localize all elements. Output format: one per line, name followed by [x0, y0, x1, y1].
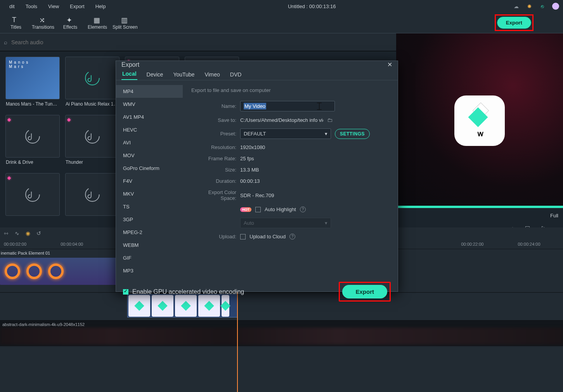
elements-button[interactable]: ▦ Elements	[84, 15, 111, 31]
search-icon: ⌕	[4, 39, 7, 45]
dialog-title: Export	[121, 61, 139, 68]
upload-text: Upload to Cloud	[249, 234, 286, 239]
toolbar: T Titles ⤨ Transitions ✦ Effects ▦ Eleme…	[0, 12, 563, 33]
music-note-icon	[84, 186, 100, 203]
name-label: Name:	[191, 103, 236, 109]
chevron-down-icon: ▾	[325, 131, 327, 137]
svg-point-7	[26, 187, 40, 201]
window-title: Untitled : 00:00:13:16	[111, 3, 513, 9]
preset-select[interactable]: DEFAULT▾	[240, 128, 331, 139]
preview-progress[interactable]	[395, 206, 563, 208]
help-icon[interactable]: ?	[289, 234, 295, 239]
menubar: dit Tools View Export Help Untitled : 00…	[0, 0, 563, 12]
idea-icon[interactable]: ✺	[526, 3, 533, 10]
resolution-value: 1920x1080	[240, 144, 265, 150]
format-wmv[interactable]: WMV	[116, 98, 183, 111]
format-hevc[interactable]: HEVC	[116, 123, 183, 136]
preview-full-label[interactable]: Full	[550, 213, 558, 219]
format-ts[interactable]: TS	[116, 200, 183, 213]
search-input[interactable]	[10, 39, 221, 46]
audio-tile[interactable]: Ai Piano Music Relax 110…	[65, 57, 120, 99]
format-mp4[interactable]: MP4	[116, 85, 183, 98]
tile-caption: Manos Mars - The Tunni…	[6, 101, 59, 107]
splitscreen-icon: ▥	[121, 16, 129, 24]
format-f4v[interactable]: F4V	[116, 175, 183, 187]
menu-export[interactable]: Export	[64, 2, 90, 11]
cloud-icon[interactable]: ☁	[513, 3, 520, 10]
audio-tile[interactable]: ◆ Thunder	[65, 115, 120, 158]
preview-logo: ᴡ	[454, 95, 505, 146]
dialog-subtitle: Export to file and save on computer	[191, 87, 389, 93]
splitscreen-button[interactable]: ▥ Split Screen	[111, 15, 139, 31]
effects-button[interactable]: ✦ Effects	[57, 15, 84, 31]
tab-youtube[interactable]: YouTube	[172, 69, 195, 80]
tool-icon[interactable]: ↺	[36, 230, 41, 236]
tab-dvd[interactable]: DVD	[229, 69, 243, 80]
format-mov[interactable]: MOV	[116, 149, 183, 162]
tool-icon[interactable]: ◉	[26, 230, 30, 236]
preset-label: Preset:	[191, 131, 236, 137]
duration-label: Duration:	[191, 178, 236, 184]
name-input[interactable]: My Video	[240, 101, 335, 111]
format-webm[interactable]: WEBM	[116, 239, 183, 252]
titles-label: Titles	[10, 24, 21, 30]
support-icon[interactable]: ⎋	[539, 3, 546, 10]
titles-button[interactable]: T Titles	[2, 15, 29, 31]
svg-point-4	[85, 129, 99, 143]
menu-tools[interactable]: Tools	[20, 2, 43, 11]
menu-view[interactable]: View	[43, 2, 64, 11]
gpu-checkbox[interactable]	[123, 289, 128, 295]
format-mkv[interactable]: MKV	[116, 187, 183, 200]
chevron-down-icon: ▾	[325, 220, 327, 226]
menu-edit[interactable]: dit	[4, 2, 20, 11]
elements-icon: ▦	[94, 16, 101, 24]
svg-point-0	[85, 71, 99, 85]
folder-icon[interactable]: 🗀	[327, 117, 333, 123]
format-mpeg2[interactable]: MPEG-2	[116, 226, 183, 239]
format-av1mp4[interactable]: AV1 MP4	[116, 111, 183, 123]
format-mp3[interactable]: MP3	[116, 264, 183, 277]
export-final-button[interactable]: Export	[342, 285, 387, 298]
transitions-button[interactable]: ⤨ Transitions	[29, 15, 57, 31]
help-icon[interactable]: ?	[300, 206, 306, 212]
autohighlight-mode-select: Auto▾	[240, 218, 331, 228]
export-button[interactable]: Export	[497, 17, 531, 29]
framerate-value: 25 fps	[240, 156, 254, 161]
saveto-path: C:/Users/Ahmed/Desktop/tech info video	[240, 117, 323, 123]
music-note-icon	[84, 70, 100, 86]
tool-icon[interactable]: ∿	[15, 230, 19, 236]
autohighlight-checkbox[interactable]	[255, 207, 261, 212]
audio-tile[interactable]	[65, 173, 120, 216]
dialog-tabs: Local Device YouTube Vimeo DVD	[116, 68, 398, 80]
duration-value: 00:00:13	[240, 178, 260, 184]
format-avi[interactable]: AVI	[116, 136, 183, 149]
menu-help[interactable]: Help	[90, 2, 111, 11]
tab-vimeo[interactable]: Vimeo	[204, 69, 220, 80]
size-value: 13.3 MB	[240, 167, 259, 173]
tile-caption: Ai Piano Music Relax 110…	[66, 101, 119, 107]
audio-tile[interactable]: M a n o sM a r s Manos Mars - The Tunni…	[5, 57, 60, 99]
transitions-icon: ⤨	[39, 16, 47, 24]
format-3gp[interactable]: 3GP	[116, 213, 183, 226]
tile-caption: Drink & Drive	[6, 160, 59, 165]
format-gif[interactable]: GIF	[116, 252, 183, 264]
ruler-mark: 00:00:24:00	[518, 242, 540, 246]
elements-label: Elements	[88, 24, 107, 30]
avatar[interactable]	[552, 3, 559, 10]
ring-thumb	[48, 264, 64, 279]
audio-tile[interactable]: ◆	[5, 173, 60, 216]
clip-cinematic[interactable]: inematic Pack Element 01	[0, 258, 121, 285]
settings-button[interactable]: SETTINGS	[335, 129, 370, 139]
gem-icon: ◆	[7, 175, 11, 180]
close-icon[interactable]: ✕	[387, 61, 392, 68]
timeline-track[interactable]: abstract-dark-minimalism-4k-u9-2048x1152	[0, 321, 563, 346]
tab-device[interactable]: Device	[146, 69, 164, 80]
colorspace-value: SDR - Rec.709	[240, 193, 274, 198]
upload-checkbox[interactable]	[240, 234, 246, 239]
tool-icon[interactable]: ⇿	[4, 230, 9, 236]
format-gopro[interactable]: GoPro Cineform	[116, 162, 183, 175]
music-note-icon	[24, 128, 41, 144]
tab-local[interactable]: Local	[121, 68, 137, 80]
audio-tile[interactable]: ◆ Drink & Drive	[5, 115, 60, 158]
preview-panel: ᴡ	[396, 33, 563, 208]
